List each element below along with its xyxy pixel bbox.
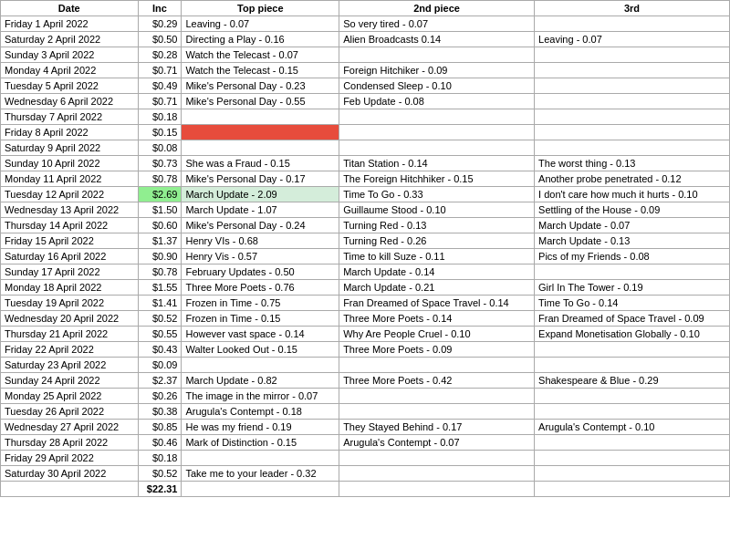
cell-top-piece: March Update - 1.07 [182,202,339,218]
cell-third-piece [535,78,730,94]
cell-top-piece: March Update - 0.82 [182,373,339,389]
cell-date: Sunday 3 April 2022 [1,47,139,63]
cell-inc: $0.50 [138,32,182,47]
cell-third-piece: Expand Monetisation Globally - 0.10 [535,327,730,342]
cell-second-piece: Guillaume Stood - 0.10 [339,202,535,218]
cell-top-piece: Walter Looked Out - 0.15 [182,342,339,358]
cell-date: Tuesday 26 April 2022 [1,404,139,420]
cell-date: Thursday 7 April 2022 [1,109,139,125]
cell-top-piece: Mike's Personal Day - 0.55 [182,94,339,109]
cell-top-piece [182,125,339,140]
cell-top-piece [182,451,339,466]
cell-date: Wednesday 27 April 2022 [1,420,139,435]
cell-third-piece: Girl In The Tower - 0.19 [535,280,730,296]
cell-date: Monday 11 April 2022 [1,171,139,187]
cell-date: Tuesday 5 April 2022 [1,78,139,94]
cell-top-piece: March Update - 2.09 [182,187,339,202]
total-row: $22.31 [1,482,730,497]
cell-date: Sunday 10 April 2022 [1,156,139,171]
cell-date: Wednesday 13 April 2022 [1,202,139,218]
cell-top-piece: Leaving - 0.07 [182,16,339,32]
cell-second-piece: Three More Poets - 0.42 [339,373,535,389]
cell-inc: $0.52 [138,311,182,327]
cell-third-piece [535,109,730,125]
cell-third-piece [535,404,730,420]
cell-date: Saturday 30 April 2022 [1,466,139,482]
table-row: Wednesday 20 April 2022$0.52Frozen in Ti… [1,311,730,327]
cell-inc: $0.43 [138,342,182,358]
cell-date: Saturday 9 April 2022 [1,140,139,156]
cell-second-piece [339,358,535,373]
cell-date: Saturday 2 April 2022 [1,32,139,47]
cell-date: Friday 22 April 2022 [1,342,139,358]
cell-second-piece [339,125,535,140]
cell-inc: $1.37 [138,233,182,249]
cell-inc: $0.28 [138,47,182,63]
table-row: Thursday 28 April 2022$0.46Mark of Disti… [1,435,730,451]
table-row: Tuesday 5 April 2022$0.49Mike's Personal… [1,78,730,94]
cell-second-piece: Condensed Sleep - 0.10 [339,78,535,94]
cell-date: Friday 8 April 2022 [1,125,139,140]
table-row: Friday 29 April 2022$0.18 [1,451,730,466]
col-header-inc: Inc [138,1,182,16]
cell-top-piece: Frozen in Time - 0.15 [182,311,339,327]
cell-third-piece [535,451,730,466]
cell-second-piece [339,466,535,482]
table-row: Saturday 2 April 2022$0.50Directing a Pl… [1,32,730,47]
table-row: Wednesday 13 April 2022$1.50March Update… [1,202,730,218]
total-empty-2 [339,482,535,497]
cell-second-piece: March Update - 0.21 [339,280,535,296]
cell-top-piece: Henry VIs - 0.68 [182,233,339,249]
table-row: Saturday 16 April 2022$0.90Henry Vis - 0… [1,249,730,264]
cell-third-piece: Leaving - 0.07 [535,32,730,47]
table-row: Wednesday 27 April 2022$0.85He was my fr… [1,420,730,435]
cell-inc: $0.73 [138,156,182,171]
cell-second-piece: Three More Poets - 0.14 [339,311,535,327]
cell-inc: $1.55 [138,280,182,296]
cell-date: Sunday 17 April 2022 [1,264,139,280]
cell-inc: $0.90 [138,249,182,264]
col-header-second: 2nd piece [339,1,535,16]
cell-second-piece [339,451,535,466]
cell-inc: $0.78 [138,264,182,280]
cell-date: Friday 29 April 2022 [1,451,139,466]
cell-top-piece: Take me to your leader - 0.32 [182,466,339,482]
cell-second-piece: March Update - 0.14 [339,264,535,280]
total-empty-1 [182,482,339,497]
table-row: Monday 11 April 2022$0.78Mike's Personal… [1,171,730,187]
cell-date: Monday 18 April 2022 [1,280,139,296]
cell-inc: $0.71 [138,63,182,78]
cell-date: Saturday 16 April 2022 [1,249,139,264]
cell-third-piece: Arugula's Contempt - 0.10 [535,420,730,435]
cell-inc: $1.50 [138,202,182,218]
cell-date: Thursday 28 April 2022 [1,435,139,451]
cell-date: Friday 1 April 2022 [1,16,139,32]
cell-inc: $0.09 [138,358,182,373]
table-row: Sunday 3 April 2022$0.28Watch the Teleca… [1,47,730,63]
cell-top-piece [182,140,339,156]
table-row: Sunday 10 April 2022$0.73She was a Fraud… [1,156,730,171]
table-row: Thursday 21 April 2022$0.55However vast … [1,327,730,342]
cell-top-piece: Watch the Telecast - 0.07 [182,47,339,63]
cell-top-piece: Mike's Personal Day - 0.24 [182,218,339,233]
cell-top-piece: She was a Fraud - 0.15 [182,156,339,171]
table-row: Thursday 7 April 2022$0.18 [1,109,730,125]
total-value: $22.31 [138,482,182,497]
cell-top-piece: Watch the Telecast - 0.15 [182,63,339,78]
table-row: Sunday 24 April 2022$2.37March Update - … [1,373,730,389]
cell-date: Wednesday 20 April 2022 [1,311,139,327]
cell-date: Thursday 14 April 2022 [1,218,139,233]
cell-inc: $0.18 [138,451,182,466]
cell-third-piece [535,63,730,78]
cell-third-piece [535,358,730,373]
cell-second-piece: Titan Station - 0.14 [339,156,535,171]
cell-top-piece [182,358,339,373]
cell-second-piece: Arugula's Contempt - 0.07 [339,435,535,451]
table-row: Saturday 30 April 2022$0.52Take me to yo… [1,466,730,482]
table-row: Tuesday 26 April 2022$0.38Arugula's Cont… [1,404,730,420]
table-row: Friday 22 April 2022$0.43Walter Looked O… [1,342,730,358]
cell-third-piece: Another probe penetrated - 0.12 [535,171,730,187]
cell-inc: $0.85 [138,420,182,435]
cell-inc: $0.78 [138,171,182,187]
cell-date: Thursday 21 April 2022 [1,327,139,342]
